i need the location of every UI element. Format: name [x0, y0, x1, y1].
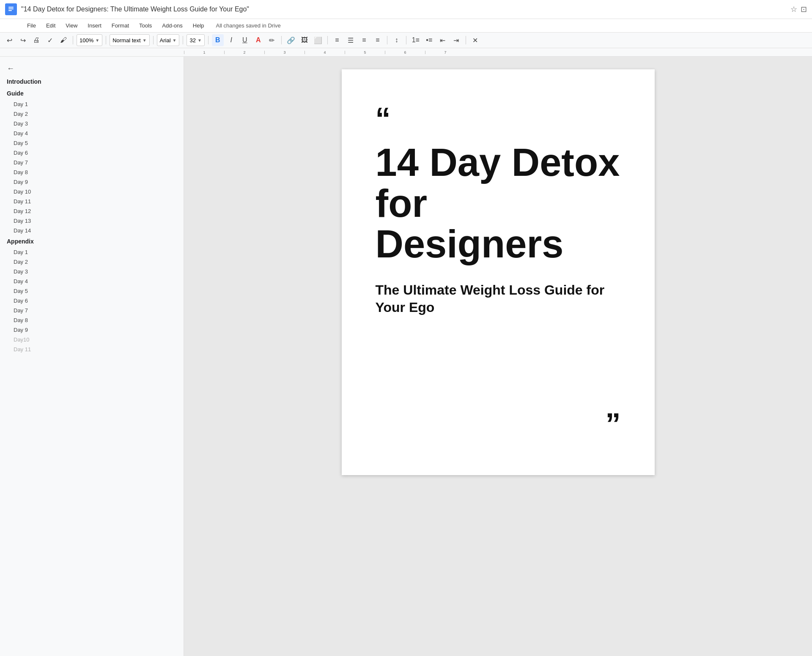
list-item[interactable]: Day 9 — [0, 325, 184, 335]
document-page: “ 14 Day Detox for Designers The Ultimat… — [342, 69, 655, 475]
menu-addons[interactable]: Add-ons — [160, 21, 184, 30]
star-icon[interactable]: ☆ — [790, 5, 797, 14]
zoom-dropdown[interactable]: 100% ▼ — [77, 34, 102, 46]
sidebar-item-introduction[interactable]: Introduction — [0, 76, 184, 87]
sidebar-item-guide[interactable]: Guide — [0, 87, 184, 99]
list-item[interactable]: Day 4 — [0, 128, 184, 138]
style-label: Normal text — [112, 37, 140, 44]
ruler-mark-2: 2 — [224, 51, 264, 54]
increase-indent-button[interactable]: ⇥ — [450, 34, 462, 46]
font-dropdown[interactable]: Arial ▼ — [157, 34, 180, 46]
font-arrow: ▼ — [173, 38, 177, 43]
align-center-button[interactable]: ☰ — [345, 34, 357, 46]
list-item[interactable]: Day 1 — [0, 99, 184, 109]
separator-7 — [327, 36, 328, 44]
ruler-mark-1: 1 — [184, 51, 224, 54]
subtitle[interactable]: The Ultimate Weight Loss Guide for Your … — [376, 282, 621, 317]
menu-bar: File Edit View Insert Format Tools Add-o… — [0, 19, 812, 33]
main-layout: ← Introduction Guide Day 1 Day 2 Day 3 D… — [0, 57, 812, 656]
list-item[interactable]: Day 14 — [0, 226, 184, 235]
main-title[interactable]: 14 Day Detox for Designers — [376, 142, 621, 265]
numbered-list-button[interactable]: 1≡ — [410, 34, 422, 46]
sidebar-item-appendix[interactable]: Appendix — [0, 235, 184, 247]
list-item[interactable]: Day 8 — [0, 315, 184, 325]
font-size-dropdown[interactable]: 32 ▼ — [187, 34, 204, 46]
italic-button[interactable]: I — [225, 34, 237, 46]
list-item[interactable]: Day 10 — [0, 187, 184, 197]
doc-icon — [5, 3, 17, 15]
style-dropdown[interactable]: Normal text ▼ — [110, 34, 149, 46]
print-button[interactable]: 🖨 — [30, 34, 42, 46]
size-arrow: ▼ — [198, 38, 202, 43]
list-item[interactable]: Day 6 — [0, 296, 184, 306]
list-item[interactable]: Day 3 — [0, 119, 184, 128]
undo-button[interactable]: ↩ — [3, 34, 15, 46]
list-item[interactable]: Day 2 — [0, 109, 184, 119]
font-label: Arial — [160, 37, 171, 44]
list-item[interactable]: Day 6 — [0, 148, 184, 158]
window-icon[interactable]: ⊡ — [801, 5, 807, 14]
image-button[interactable]: 🖼 — [299, 34, 310, 46]
line-spacing-button[interactable]: ↕ — [391, 34, 403, 46]
paint-format-button[interactable]: 🖌 — [58, 34, 69, 46]
list-item[interactable]: Day 4 — [0, 276, 184, 286]
document-area[interactable]: “ 14 Day Detox for Designers The Ultimat… — [184, 57, 812, 656]
list-item[interactable]: Day 1 — [0, 247, 184, 257]
link-button[interactable]: 🔗 — [285, 34, 297, 46]
open-quote: “ — [376, 103, 621, 134]
menu-file[interactable]: File — [25, 21, 38, 30]
svg-rect-1 — [8, 7, 14, 8]
text-color-button[interactable]: A — [252, 34, 264, 46]
list-item[interactable]: Day10 — [0, 335, 184, 344]
clear-format-button[interactable]: ✕ — [469, 34, 481, 46]
menu-help[interactable]: Help — [191, 21, 206, 30]
separator-5 — [208, 36, 208, 44]
title-icons: ☆ ⊡ — [790, 5, 807, 14]
sidebar-back-button[interactable]: ← — [0, 62, 184, 76]
justify-button[interactable]: ≡ — [372, 34, 384, 46]
menu-tools[interactable]: Tools — [137, 21, 154, 30]
menu-insert[interactable]: Insert — [86, 21, 103, 30]
list-item[interactable]: Day 13 — [0, 216, 184, 226]
separator-9 — [406, 36, 406, 44]
align-left-button[interactable]: ≡ — [331, 34, 343, 46]
list-item[interactable]: Day 7 — [0, 306, 184, 315]
menu-edit[interactable]: Edit — [44, 21, 57, 30]
list-item[interactable]: Day 5 — [0, 138, 184, 148]
separator-1 — [73, 36, 73, 44]
list-item[interactable]: Day 8 — [0, 167, 184, 177]
list-item[interactable]: Day 7 — [0, 158, 184, 167]
sidebar: ← Introduction Guide Day 1 Day 2 Day 3 D… — [0, 57, 184, 656]
list-item[interactable]: Day 5 — [0, 286, 184, 296]
decrease-indent-button[interactable]: ⇤ — [437, 34, 449, 46]
bullet-list-button[interactable]: •≡ — [423, 34, 435, 46]
title-bar: "14 Day Detox for Designers: The Ultimat… — [0, 0, 812, 19]
separator-10 — [466, 36, 466, 44]
highlight-button[interactable]: ✏ — [266, 34, 278, 46]
close-quote: ” — [606, 407, 621, 441]
list-item[interactable]: Day 3 — [0, 267, 184, 276]
list-item[interactable]: Day 12 — [0, 206, 184, 216]
ruler-mark-7: 7 — [425, 51, 465, 54]
save-status: All changes saved in Drive — [216, 22, 281, 29]
color-box-button[interactable]: ⬜ — [312, 34, 324, 46]
list-item[interactable]: Day 11 — [0, 197, 184, 206]
list-item[interactable]: Day 11 — [0, 344, 184, 354]
menu-view[interactable]: View — [64, 21, 79, 30]
align-right-button[interactable]: ≡ — [358, 34, 370, 46]
separator-2 — [106, 36, 106, 44]
separator-3 — [153, 36, 154, 44]
redo-button[interactable]: ↪ — [17, 34, 29, 46]
menu-format[interactable]: Format — [110, 21, 131, 30]
underline-button[interactable]: U — [239, 34, 251, 46]
ruler-mark-5: 5 — [345, 51, 385, 54]
back-icon: ← — [7, 64, 14, 73]
ruler: 1 2 3 4 5 6 7 — [0, 48, 812, 57]
spellcheck-button[interactable]: ✓ — [44, 34, 56, 46]
font-size-label: 32 — [189, 37, 195, 44]
bold-button[interactable]: B — [212, 34, 224, 46]
toolbar: ↩ ↪ 🖨 ✓ 🖌 100% ▼ Normal text ▼ Arial ▼ 3… — [0, 33, 812, 48]
separator-4 — [183, 36, 183, 44]
list-item[interactable]: Day 2 — [0, 257, 184, 267]
list-item[interactable]: Day 9 — [0, 177, 184, 187]
